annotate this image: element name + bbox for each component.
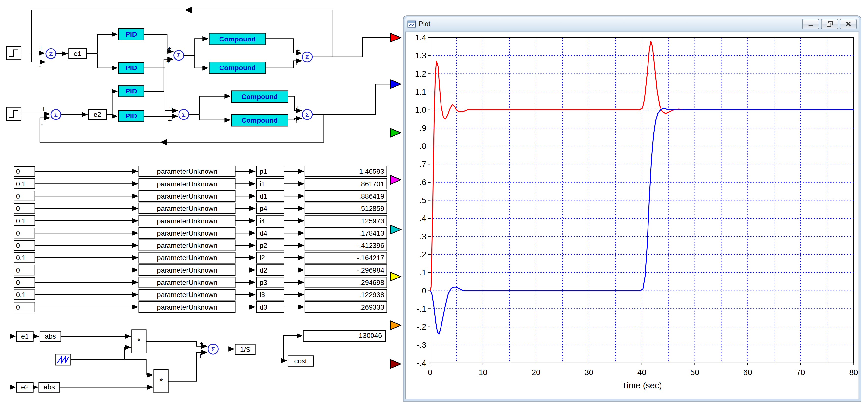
variable-name: d2 [259, 266, 267, 274]
sign-plus: + [167, 45, 172, 52]
close-icon [845, 21, 851, 27]
parameter-unknown-label: parameterUnknown [157, 254, 217, 262]
plot-window-title: Plot [418, 20, 430, 28]
constant-value: 0 [16, 229, 20, 237]
summing-junction-2[interactable]: Σ + + [166, 45, 184, 65]
plot-input-pin[interactable] [390, 272, 401, 281]
y-tick-label: .5 [420, 196, 426, 205]
cost-value-display[interactable]: .130046 [303, 330, 385, 341]
x-tick-label: 50 [690, 368, 699, 377]
parameter-row: 0parameterUnknownp11.46593 [14, 166, 387, 177]
constant-value: 0 [16, 204, 20, 212]
variable-name: d3 [259, 303, 267, 311]
y-tick-label: .9 [420, 124, 426, 133]
variable-name: d1 [259, 192, 267, 200]
step-block-2[interactable] [7, 107, 21, 121]
pid-block-4[interactable]: PID [118, 111, 144, 122]
svg-text:abs: abs [44, 383, 55, 391]
parameter-row: 0parameterUnknownd3.269333 [14, 302, 387, 312]
svg-text:Compound: Compound [219, 35, 256, 43]
display-value: .269333 [359, 303, 384, 311]
pid-block-3[interactable]: PID [118, 85, 144, 97]
step-block-1[interactable] [7, 46, 21, 60]
constant-value: 0.1 [16, 217, 26, 225]
parameter-unknown-label: parameterUnknown [157, 204, 217, 212]
compound-block-2[interactable]: Compound [209, 62, 266, 74]
y-tick-label: -.4 [417, 358, 426, 368]
summing-junction-cost[interactable]: Σ + + [198, 340, 218, 359]
display-value: 1.46593 [359, 167, 384, 175]
summing-junction-6[interactable]: Σ + - [41, 105, 61, 128]
svg-text:cost: cost [294, 357, 307, 365]
svg-text:e2: e2 [21, 383, 29, 391]
sign-plus: + [296, 104, 300, 112]
window-controls [801, 19, 857, 29]
constant-value: 0.1 [16, 254, 26, 262]
parameter-row: 0.1parameterUnknowni3.122938 [14, 289, 387, 300]
plot-input-pin[interactable] [390, 321, 401, 330]
summing-junction-3[interactable]: Σ + + [168, 104, 189, 125]
display-value: .886419 [359, 192, 384, 200]
variable-name: i1 [259, 180, 265, 188]
multiply-block-2[interactable]: * [154, 370, 168, 393]
plot-input-pin[interactable] [390, 128, 401, 137]
e2-ref-block[interactable]: e2 [17, 382, 33, 392]
svg-text:e2: e2 [94, 110, 101, 118]
e1-block[interactable]: e1 [69, 48, 87, 59]
pid-block-1[interactable]: PID [118, 29, 144, 40]
display-value: .125973 [359, 217, 384, 225]
plot-input-pin[interactable] [390, 225, 401, 234]
compound-block-3[interactable]: Compound [231, 91, 288, 102]
pid-block-2[interactable]: PID [118, 63, 144, 74]
svg-text:Σ: Σ [54, 111, 58, 118]
svg-text:Σ: Σ [182, 111, 186, 118]
abs-block-2[interactable]: abs [39, 382, 60, 392]
y-tick-label: 1.0 [415, 105, 426, 114]
plot-window-titlebar[interactable]: Plot [405, 17, 859, 30]
compound-block-4[interactable]: Compound [231, 114, 288, 126]
y-tick-label: .1 [420, 268, 426, 277]
e2-block[interactable]: e2 [89, 109, 106, 119]
plot-input-pin[interactable] [390, 359, 401, 368]
constant-value: 0 [16, 192, 20, 200]
sign-plus: + [42, 105, 46, 113]
parameter-row: 0parameterUnknownd4.178413 [14, 228, 387, 239]
svg-text:Compound: Compound [219, 64, 256, 72]
parameter-row: 0.1parameterUnknowni1.861701 [14, 178, 387, 189]
maximize-button[interactable] [821, 19, 838, 29]
abs-block-1[interactable]: abs [40, 331, 61, 341]
app-canvas: Σ + - Σ + + Σ + + Σ + + Σ + + [0, 0, 868, 411]
display-value: .861701 [359, 180, 384, 188]
compound-block-1[interactable]: Compound [209, 33, 266, 45]
y-tick-label: .3 [420, 232, 426, 241]
x-axis-label: Time (sec) [622, 381, 662, 390]
y-tick-label: .8 [420, 142, 426, 151]
plot-input-pin[interactable] [390, 80, 401, 89]
y-tick-label: -.1 [417, 304, 426, 313]
minimize-button[interactable] [802, 19, 819, 29]
parameter-unknown-label: parameterUnknown [157, 266, 217, 274]
display-value: .512859 [359, 204, 384, 212]
constant-value: 0 [16, 167, 20, 175]
summing-junction-5[interactable]: Σ + + [295, 104, 312, 125]
summing-junction-1[interactable]: Σ + - [39, 44, 56, 70]
e1-ref-block[interactable]: e1 [17, 331, 33, 341]
constant-value: 0 [16, 241, 20, 249]
plot-input-pin[interactable] [390, 175, 401, 184]
multiply-block-1[interactable]: * [132, 330, 146, 353]
display-value: .178413 [359, 229, 384, 237]
close-button[interactable] [840, 19, 857, 29]
svg-text:Σ: Σ [177, 52, 181, 59]
summing-junction-4[interactable]: Σ + + [295, 47, 312, 67]
integrator-block[interactable]: 1/S [235, 344, 255, 354]
sign-plus: + [198, 352, 202, 359]
plot-input-pin[interactable] [390, 33, 401, 42]
svg-text:Compound: Compound [241, 116, 278, 124]
ramp-block[interactable] [55, 354, 71, 365]
constant-value: 0 [16, 278, 20, 286]
control-loop-wires [21, 7, 391, 145]
restore-icon [826, 21, 833, 27]
cost-label-block[interactable]: cost [288, 356, 313, 366]
sign-plus: + [296, 47, 300, 54]
svg-text:e1: e1 [21, 332, 29, 340]
